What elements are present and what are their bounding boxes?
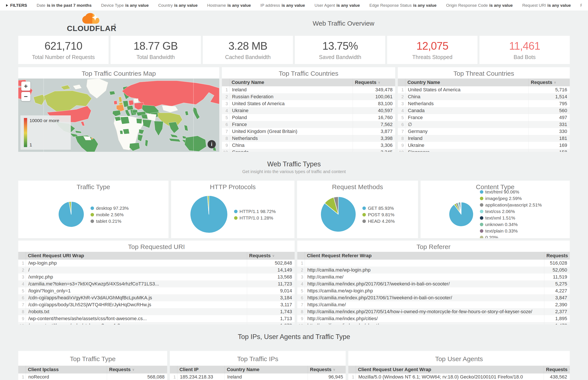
data-table: Client IPCountry NameRequests∨1185.234.2… <box>170 366 346 380</box>
filter-item[interactable]: Request URIis any value <box>522 3 571 8</box>
http-protocols-pie-chart <box>190 195 228 234</box>
sort-chevron-icon: ∨ <box>272 254 275 257</box>
row-index: 1 <box>348 374 356 380</box>
cell: 16,760 <box>353 114 395 121</box>
legend-label: unknown 0.34% <box>485 222 518 227</box>
cell: 5,275 <box>544 281 570 287</box>
map-area: + − 10000 or more 1 i <box>18 78 219 152</box>
cell: 11,519 <box>544 273 570 281</box>
column-header-client-request-uri-wrap: Client Request URI Wrap <box>26 252 247 260</box>
cell: 568,088 <box>107 374 167 380</box>
info-icon[interactable]: i <box>208 140 216 148</box>
stat-card: 18.77 GBTotal Bandwidth <box>111 36 201 64</box>
section-subtitle: Get insight into the various types of tr… <box>0 169 588 174</box>
stat-label: Total Bandwidth <box>136 54 175 60</box>
legend-item: text/xml 1.51% <box>480 215 542 221</box>
filter-item[interactable]: RayIDis any value <box>580 3 582 8</box>
zoom-out-button[interactable]: − <box>21 92 30 101</box>
filters-toggle-button[interactable]: FILTERS <box>6 3 27 8</box>
table-row: 6France7,562 <box>222 121 395 128</box>
table-row: 3/xmlrpc.php13,568 <box>18 273 295 281</box>
legend-dot-icon <box>91 213 94 216</box>
row-index: 8 <box>18 308 26 315</box>
table-row: 4/camilia.me?token=s3+7k6XQvKwzp5/4XSs4r… <box>18 281 295 287</box>
cell: Netherlands <box>405 100 528 107</box>
legend-dot-icon <box>480 223 483 226</box>
table-header-row: Country NameRequests∨ <box>398 78 570 86</box>
cell: 1,713 <box>247 315 295 322</box>
table-row: 9http://camilia.me/index.php/cities/1,89… <box>297 315 570 322</box>
legend-label: 0.20% <box>485 235 498 238</box>
data-table: Client Request User Agent WrapRequests∨1… <box>348 366 570 380</box>
cell: http://camilia.me/index.php/2017/05/14/h… <box>305 308 544 315</box>
filter-item[interactable]: Dateis in the past 7 months <box>37 3 92 8</box>
filter-label: IP address <box>260 3 280 8</box>
filter-item[interactable]: IP addressis any value <box>260 3 305 8</box>
column-header-requests[interactable]: Requests∨ <box>247 252 295 260</box>
filter-item[interactable]: Countryis any value <box>158 3 198 8</box>
filter-item[interactable]: User Agentis any value <box>315 3 360 8</box>
legend-label: HTTP/1.0 1.28% <box>240 215 273 221</box>
filter-label: Date <box>37 3 45 8</box>
cell: 497 <box>528 114 570 121</box>
filter-item[interactable]: Hostnameis any value <box>207 3 251 8</box>
cell: /camilia.me?token=s3+7k6XQvKwzp5/4XSs4rh… <box>26 281 247 287</box>
table-row: 2/14,149 <box>18 266 295 273</box>
table-row: 2http://camilia.me/wp-login.php52,050 <box>297 266 570 273</box>
cell: Russian Federation <box>229 93 353 100</box>
row-index: 2 <box>18 266 26 273</box>
table-row: 7United Kingdom (Great Britain)3,877 <box>222 128 395 135</box>
card-title: HTTP Protocols <box>171 181 294 192</box>
legend-dot-icon <box>91 207 94 210</box>
table-row: 1United States of America5,716 <box>398 86 570 93</box>
legend-dot-icon <box>480 203 483 207</box>
legend-label: desktop 97.23% <box>96 205 129 211</box>
cell: United Kingdom (Great Britain) <box>229 128 353 135</box>
corner-cell <box>170 366 177 374</box>
table-row: 10/wp-content/themes/ashe/style.css?ver=… <box>18 322 295 324</box>
data-table: Client IpclassRequests∨1noRecord568,088 <box>18 366 167 380</box>
column-header-requests[interactable]: Requests∨ <box>308 366 346 374</box>
column-header-requests[interactable]: Requests∨ <box>544 252 570 260</box>
legend-label: text/plain 0.33% <box>485 228 518 234</box>
filter-label: Device Type <box>101 3 124 8</box>
card-title: Top Requested URI <box>18 241 295 252</box>
legend-label: mobile 2.56% <box>96 212 123 217</box>
filter-item[interactable]: Device Typeis any value <box>101 3 149 8</box>
column-header-requests[interactable]: Requests∨ <box>107 366 167 374</box>
cell: 181 <box>528 135 570 142</box>
cloudflare-logo: CLOUDFLARE ® <box>67 13 116 33</box>
column-header-requests[interactable]: Requests∨ <box>544 366 570 374</box>
table-header-row: Country NameRequests∨ <box>222 78 395 86</box>
cell: 185.234.218.33 <box>177 374 224 380</box>
column-header-requests[interactable]: Requests∨ <box>353 78 395 86</box>
cell: https://camilia.me/ <box>305 301 544 308</box>
row-index: 10 <box>18 322 26 324</box>
cell: Canada <box>405 107 528 114</box>
legend-item: HTTP/1.0 1.28% <box>234 215 276 221</box>
column-header-requests[interactable]: Requests∨ <box>528 78 570 86</box>
legend-dot-icon <box>480 210 483 213</box>
table-row: 7Germany330 <box>398 128 570 135</box>
corner-cell <box>18 252 26 260</box>
filter-item[interactable]: Edge Response Statusis any value <box>369 3 436 8</box>
legend-label: image/jpeg 2.59% <box>485 196 522 201</box>
row-index: 7 <box>398 128 405 135</box>
cell: 330 <box>528 128 570 135</box>
row-index: 3 <box>398 100 405 107</box>
cell: 2,390 <box>544 301 570 308</box>
legend-item: POST 9.81% <box>362 212 395 217</box>
filter-label: Origin Response Code <box>446 3 488 8</box>
cell: /wp-content/themes/ashe/style.css?ver=1.… <box>26 322 247 324</box>
zoom-in-button[interactable]: + <box>21 82 30 91</box>
row-index: 4 <box>222 107 229 114</box>
cell: 40,597 <box>353 107 395 114</box>
cell: France <box>229 121 353 128</box>
row-index: 10 <box>297 322 305 324</box>
table-row: 10Singapore158 <box>398 149 570 152</box>
row-index: 8 <box>297 308 305 315</box>
table-row: 8http://camilia.me/index.php/2017/05/14/… <box>297 308 570 315</box>
filter-item[interactable]: Origin Response Codeis any value <box>446 3 513 8</box>
cell: Ireland <box>405 135 528 142</box>
table-row: 9China3,306 <box>222 142 395 149</box>
